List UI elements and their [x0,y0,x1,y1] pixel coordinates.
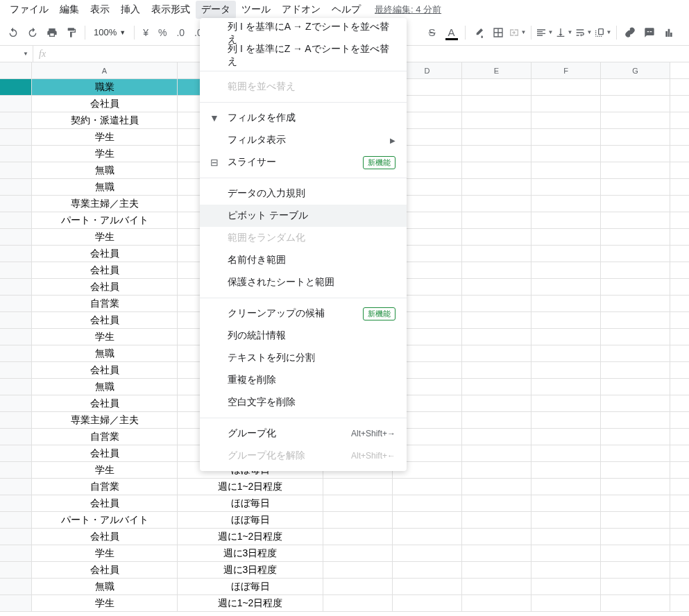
menu-column-stats[interactable]: 列の統計情報 [200,325,407,347]
cell[interactable]: 無職 [32,379,178,395]
row-header[interactable] [0,562,32,578]
col-header-A[interactable]: A [32,62,178,78]
row-header[interactable] [0,479,32,495]
row-header[interactable] [0,262,32,278]
row-header[interactable] [0,79,32,95]
cell[interactable] [531,445,601,461]
row-header[interactable] [0,329,32,345]
cell[interactable] [531,412,601,428]
cell[interactable] [323,579,393,594]
cell[interactable] [601,412,670,428]
percent-button[interactable]: % [154,24,171,42]
row-header[interactable] [0,162,32,178]
cell[interactable]: 自営業 [32,429,178,445]
cell[interactable] [462,379,531,395]
decrease-decimal-button[interactable]: .0 [172,24,189,42]
cell[interactable] [601,79,670,95]
cell[interactable] [601,312,670,328]
cell[interactable] [462,462,531,478]
cell[interactable] [531,96,601,112]
cell[interactable]: 週に1~2日程度 [178,529,323,545]
cell[interactable] [601,162,670,178]
menu-filter-view[interactable]: フィルタ表示▶ [200,129,407,151]
cell[interactable] [462,79,531,95]
select-all-corner[interactable] [0,62,32,78]
cell[interactable]: 契約・派遣社員 [32,112,178,128]
cell[interactable] [531,146,601,162]
menu-cleanup[interactable]: クリーンアップの候補新機能 [200,302,407,325]
row-header[interactable] [0,462,32,478]
currency-button[interactable]: ¥ [139,24,153,42]
cell[interactable] [531,495,601,511]
menu-file[interactable]: ファイル [4,1,54,19]
cell[interactable] [601,445,670,461]
cell[interactable] [323,495,393,511]
cell[interactable] [601,229,670,245]
rotate-button[interactable]: ▼ [594,24,612,42]
cell[interactable] [531,279,601,295]
cell[interactable] [531,379,601,395]
cell[interactable] [462,412,531,428]
cell[interactable] [462,445,531,461]
cell[interactable] [531,579,601,594]
row-header[interactable] [0,96,32,112]
row-header[interactable] [0,495,32,511]
row-header[interactable] [0,212,32,228]
row-header[interactable] [0,529,32,545]
cell[interactable] [462,429,531,445]
wrap-button[interactable]: ▼ [575,24,593,42]
cell[interactable] [601,512,670,528]
row-header[interactable] [0,579,32,594]
cell[interactable]: 学生 [32,329,178,345]
cell[interactable]: 専業主婦／主夫 [32,412,178,428]
cell[interactable] [462,395,531,411]
cell[interactable]: 週に3日程度 [178,562,323,578]
cell[interactable] [531,345,601,361]
cell[interactable] [601,246,670,262]
cell[interactable] [462,129,531,145]
row-header[interactable] [0,146,32,162]
h-align-button[interactable]: ▼ [536,24,554,42]
cell[interactable]: 自営業 [32,296,178,311]
cell[interactable] [601,96,670,112]
cell[interactable] [601,462,670,478]
cell[interactable] [323,479,393,495]
cell[interactable] [462,96,531,112]
menu-named-ranges[interactable]: 名前付き範囲 [200,249,407,271]
cell[interactable]: 会社員 [32,262,178,278]
menu-insert[interactable]: 挿入 [115,1,146,19]
cell[interactable] [462,162,531,178]
row-header[interactable] [0,412,32,428]
cell[interactable]: ほぼ毎日 [178,495,323,511]
chart-button[interactable] [660,24,678,42]
menu-trim-ws[interactable]: 空白文字を削除 [200,391,407,413]
cell[interactable] [393,495,462,511]
cell[interactable] [531,212,601,228]
cell[interactable] [531,196,601,212]
merge-button[interactable]: ▼ [509,24,527,42]
cell[interactable] [531,129,601,145]
cell[interactable] [601,329,670,345]
menu-addons[interactable]: アドオン [276,1,326,19]
cell[interactable] [323,562,393,578]
cell[interactable] [601,545,670,561]
row-header[interactable] [0,312,32,328]
cell[interactable] [601,296,670,311]
cell[interactable] [601,112,670,128]
cell[interactable]: 会社員 [32,362,178,378]
comment-button[interactable] [640,24,658,42]
undo-button[interactable] [4,24,22,42]
cell[interactable] [393,545,462,561]
cell[interactable]: 会社員 [32,562,178,578]
cell[interactable]: 学生 [32,229,178,245]
cell[interactable] [462,229,531,245]
cell[interactable] [462,545,531,561]
cell[interactable] [531,296,601,311]
cell[interactable] [601,345,670,361]
cell[interactable]: パート・アルバイト [32,212,178,228]
cell[interactable]: 職業 [32,79,178,95]
cell[interactable] [462,495,531,511]
menu-data[interactable]: データ [196,1,236,19]
menu-help[interactable]: ヘルプ [326,1,366,19]
cell[interactable]: 無職 [32,345,178,361]
